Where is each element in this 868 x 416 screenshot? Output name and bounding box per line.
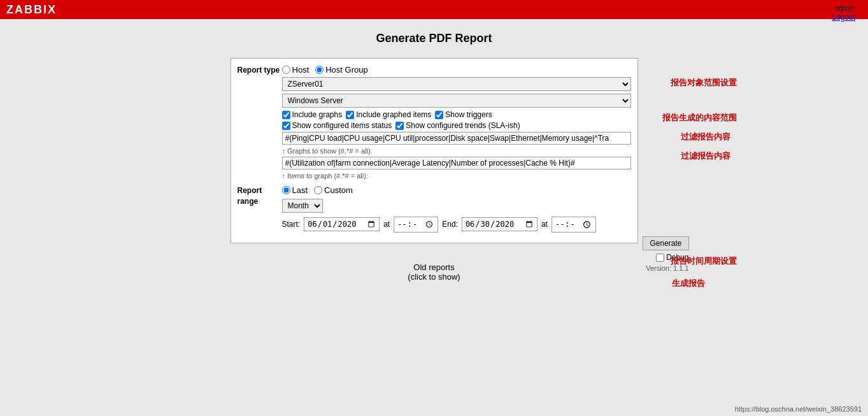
annotation-time-period: 报告时间周期设置 [671, 255, 737, 267]
form-container: Report type Host Host Group [231, 58, 638, 243]
host-radio-text: Host [292, 65, 309, 75]
custom-radio[interactable] [314, 186, 322, 194]
generate-button[interactable]: Generate [643, 236, 688, 250]
range-radio-group: Last Custom [282, 185, 631, 195]
start-time-input[interactable] [394, 217, 438, 233]
include-graphed-items-checkbox[interactable] [346, 111, 354, 119]
annotation-content-scope: 报告生成的内容范围 [662, 112, 737, 124]
last-radio-text: Last [292, 185, 308, 195]
zserver-dropdown[interactable]: ZServer01 [282, 77, 631, 91]
host-group-radio-text: Host Group [325, 65, 367, 75]
last-radio[interactable] [282, 186, 290, 194]
at-label-2: at [541, 220, 548, 229]
month-select[interactable]: Month Week Day Year [282, 199, 323, 213]
custom-radio-label[interactable]: Custom [314, 185, 353, 195]
at-label-1: at [383, 220, 390, 229]
report-range-label: Report range [238, 185, 282, 207]
month-dropdown-wrapper: Month Week Day Year [282, 199, 323, 217]
end-time-input[interactable] [551, 217, 596, 233]
host-radio-label[interactable]: Host [282, 65, 309, 75]
show-configured-trends-checkbox[interactable] [395, 122, 404, 130]
include-graphed-items-text: Include graphed items [356, 110, 431, 119]
debug-checkbox[interactable] [656, 254, 664, 262]
checkbox-row-2: Show configured items status Show config… [282, 121, 631, 130]
include-graphs-text: Include graphs [292, 110, 343, 119]
start-label: Start: [282, 220, 301, 229]
report-type-row: Report type Host Host Group [238, 65, 631, 182]
annotation-generate-report: 生成报告 [672, 278, 705, 289]
report-type-radio-group: Host Host Group [282, 65, 631, 75]
filter-items-input[interactable] [282, 157, 631, 169]
filter-items-note: ↑ Items to graph (#.*# = all): [282, 172, 631, 180]
show-configured-items-text: Show configured items status [292, 121, 392, 130]
filter-graphs-note: ↑ Graphs to show (#.*# = all): [282, 147, 631, 155]
show-triggers-text: Show triggers [445, 110, 492, 119]
checkbox-row-1: Include graphs Include graphed items Sho… [282, 110, 631, 119]
show-configured-trends-label[interactable]: Show configured trends (SLA-ish) [395, 121, 520, 130]
report-range-row: Report range Last Custom [238, 185, 631, 233]
show-configured-items-label[interactable]: Show configured items status [282, 121, 392, 130]
end-label: End: [442, 220, 458, 229]
date-range-row: Start: at End: at [282, 217, 631, 233]
report-range-content: Last Custom Month Week Day Ye [282, 185, 631, 233]
annotation-scope-setup: 报告对象范围设置 [671, 77, 737, 89]
start-date-input[interactable] [304, 217, 380, 231]
host-group-radio-label[interactable]: Host Group [315, 65, 367, 75]
header: ZABBIX [0, 0, 868, 19]
filter-graphs-input[interactable] [282, 132, 631, 145]
host-radio[interactable] [282, 66, 290, 74]
include-graphs-checkbox[interactable] [282, 111, 290, 119]
include-graphs-label[interactable]: Include graphs [282, 110, 343, 119]
annotation-filter-content-2: 过滤报告内容 [681, 150, 730, 162]
show-triggers-checkbox[interactable] [435, 111, 443, 119]
include-graphed-items-label[interactable]: Include graphed items [346, 110, 431, 119]
windows-server-dropdown[interactable]: Windows Server [282, 94, 631, 108]
old-reports-line2: (click to show) [13, 272, 855, 282]
show-configured-trends-text: Show configured trends (SLA-ish) [406, 121, 520, 130]
custom-radio-text: Custom [324, 185, 353, 195]
report-type-label: Report type [238, 65, 282, 76]
last-radio-label[interactable]: Last [282, 185, 308, 195]
report-type-content: Host Host Group ZServer01 Windows Server [282, 65, 631, 182]
page-title: Generate PDF Report [13, 32, 855, 45]
admin-username: admin [832, 4, 855, 13]
end-date-input[interactable] [462, 217, 537, 231]
host-group-radio[interactable] [315, 66, 324, 74]
form-wrapper: Report type Host Host Group [231, 58, 638, 243]
show-configured-items-checkbox[interactable] [282, 122, 290, 130]
logo: ZABBIX [6, 3, 57, 17]
show-triggers-label[interactable]: Show triggers [435, 110, 492, 119]
annotation-filter-content-1: 过滤报告内容 [681, 131, 730, 143]
footer-watermark: https://blog.oschna.net/weixin_38623591 [735, 405, 862, 413]
main-content: Generate PDF Report Report type Host [0, 19, 868, 294]
